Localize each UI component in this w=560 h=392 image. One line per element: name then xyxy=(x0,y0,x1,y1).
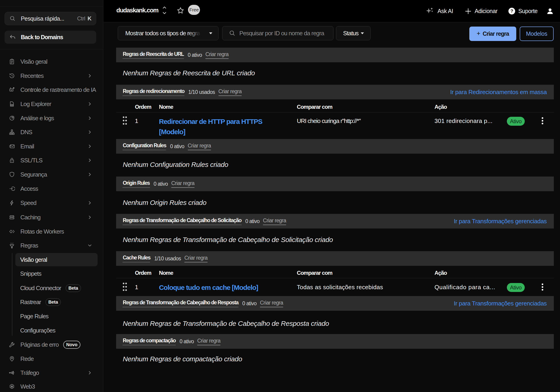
svg-text:?: ? xyxy=(510,9,513,13)
